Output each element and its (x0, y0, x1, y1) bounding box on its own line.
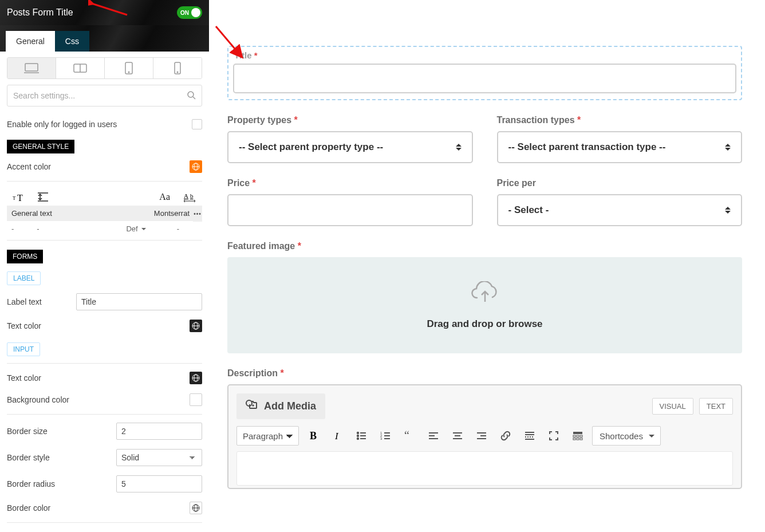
svg-rect-62 (573, 432, 582, 434)
border-radius-label: Border radius (7, 479, 55, 488)
general-text-label: General text (11, 209, 52, 218)
numbered-list-icon[interactable]: 123 (376, 426, 395, 446)
svg-rect-67 (577, 438, 579, 440)
search-icon (187, 90, 196, 101)
search-settings (7, 85, 202, 107)
property-types-select[interactable]: -- Select parent property type -- (227, 131, 473, 163)
transaction-types-label: Transaction types (497, 115, 575, 125)
svg-rect-63 (573, 435, 575, 437)
tab-css[interactable]: Css (55, 31, 89, 52)
add-media-label: Add Media (264, 400, 316, 412)
price-input[interactable] (227, 194, 473, 226)
line-height-icon[interactable] (38, 192, 48, 202)
typography-aa-icon[interactable]: Aa (159, 192, 170, 202)
price-per-label: Price per (497, 178, 536, 188)
label-text-color-swatch[interactable] (190, 320, 202, 332)
font-size-icon[interactable]: TT (13, 192, 25, 202)
input-text-color-label: Text color (7, 373, 41, 383)
svg-text:b: b (190, 192, 194, 199)
sidebar-title: Posts Form Title (7, 7, 73, 18)
tab-general[interactable]: General (6, 31, 55, 52)
svg-text:3: 3 (380, 437, 382, 440)
svg-point-8 (177, 72, 178, 73)
svg-text:T: T (13, 195, 16, 201)
letter-spacing-icon[interactable]: Ab (183, 192, 196, 202)
link-icon[interactable] (496, 426, 515, 446)
border-size-input[interactable] (116, 423, 202, 440)
transaction-types-select[interactable]: -- Select parent transaction type -- (497, 131, 743, 163)
svg-rect-68 (580, 438, 582, 440)
border-radius-input[interactable] (116, 475, 202, 492)
svg-point-36 (357, 432, 358, 434)
device-switch (7, 57, 202, 79)
font-more-icon[interactable]: ••• (193, 206, 202, 222)
editor-content-area[interactable] (236, 451, 733, 486)
section-general-style: GENERAL STYLE (7, 140, 74, 153)
transaction-types-value: -- Select parent transaction type -- (508, 141, 666, 153)
align-center-icon[interactable] (448, 426, 467, 446)
align-left-icon[interactable] (424, 426, 443, 446)
svg-point-38 (357, 435, 358, 436)
svg-text:B: B (310, 430, 317, 442)
input-text-color-swatch[interactable] (190, 372, 202, 384)
border-style-label: Border style (7, 453, 50, 462)
label-text-label: Label text (7, 297, 42, 306)
price-per-value: - Select - (508, 204, 549, 216)
paragraph-select[interactable]: Paragraph (236, 426, 299, 446)
device-tablet-portrait[interactable] (105, 58, 153, 78)
sub-section-label[interactable]: LABEL (7, 271, 41, 285)
featured-image-label: Featured image (227, 241, 295, 251)
device-mobile[interactable] (153, 58, 202, 78)
section-forms: FORMS (7, 250, 43, 263)
svg-rect-1 (25, 64, 38, 71)
chevron-sort-icon (725, 204, 731, 216)
border-style-select[interactable]: Solid (116, 449, 202, 466)
typo-dash-3: - (177, 224, 179, 233)
editor-tab-text[interactable]: TEXT (699, 398, 733, 415)
svg-point-6 (128, 72, 129, 73)
bullet-list-icon[interactable] (352, 426, 371, 446)
border-color-label: Border color (7, 503, 50, 513)
sub-section-input[interactable]: INPUT (7, 342, 40, 356)
align-right-icon[interactable] (472, 426, 491, 446)
title-label: Title (234, 50, 252, 60)
device-desktop[interactable] (7, 58, 56, 78)
bold-icon[interactable]: B (303, 426, 323, 446)
price-label: Price (227, 178, 250, 188)
svg-text:T: T (17, 193, 23, 202)
required-asterisk: * (254, 50, 258, 60)
title-field-block: Title * (227, 46, 742, 100)
font-weight-value[interactable]: Def (126, 224, 145, 233)
shortcodes-select[interactable]: Shortcodes (592, 426, 661, 446)
italic-icon[interactable]: I (328, 426, 347, 446)
font-family-row[interactable]: General text Montserrat ••• (7, 206, 202, 221)
enable-toggle[interactable]: ON (177, 6, 202, 19)
enable-logged-in-checkbox[interactable] (192, 119, 202, 129)
font-family-value: Montserrat (154, 209, 198, 218)
price-per-select[interactable]: - Select - (497, 194, 743, 226)
border-size-label: Border size (7, 427, 48, 436)
chevron-sort-icon (725, 141, 731, 153)
search-input[interactable] (13, 91, 187, 100)
svg-line-10 (193, 97, 195, 99)
title-input[interactable] (233, 64, 736, 93)
typo-dash-2: - (37, 224, 39, 233)
border-color-swatch[interactable] (190, 502, 202, 514)
toolbar-toggle-icon[interactable] (568, 426, 587, 446)
fullscreen-icon[interactable] (544, 426, 563, 446)
svg-text:A: A (184, 192, 188, 199)
featured-image-dropzone[interactable]: Drag and drop or browse (227, 257, 742, 353)
property-types-label: Property types (227, 115, 291, 125)
description-label: Description (227, 368, 278, 378)
insert-more-icon[interactable] (520, 426, 539, 446)
blockquote-icon[interactable]: “ (400, 426, 419, 446)
label-text-input[interactable] (76, 293, 202, 310)
accent-color-swatch[interactable] (190, 160, 202, 173)
background-color-swatch[interactable] (190, 393, 202, 406)
editor-toolbar: Paragraph B I 123 “ Shortcodes (236, 426, 733, 446)
add-media-button[interactable]: Add Media (236, 393, 325, 419)
property-types-value: -- Select parent property type -- (239, 141, 383, 153)
chevron-sort-icon (456, 141, 462, 153)
editor-tab-visual[interactable]: VISUAL (652, 398, 693, 415)
device-tablet-landscape[interactable] (56, 58, 105, 78)
